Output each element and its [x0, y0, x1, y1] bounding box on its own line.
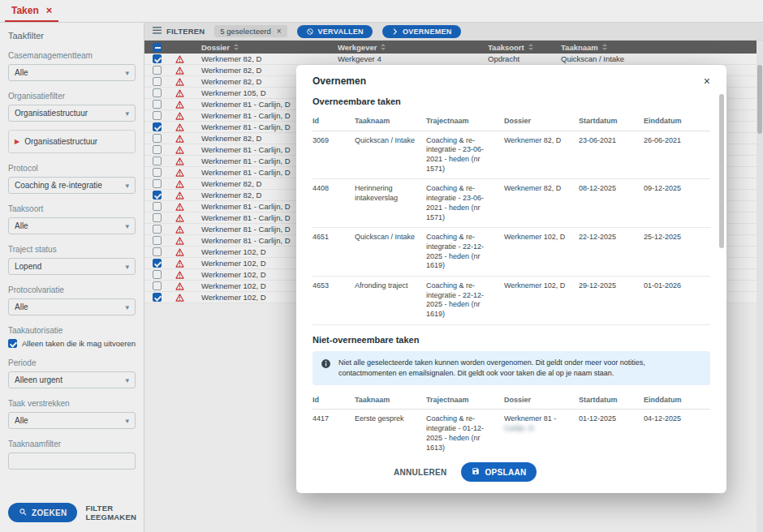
startdatum-cell: 08-12-2025 [579, 184, 644, 194]
dialog-title: Overnemen [313, 75, 366, 87]
dossier-cell: Werknemer 82, D [504, 136, 579, 146]
niet-overneembare-heading: Niet-overneembare taken [313, 335, 710, 345]
col-dossier: Dossier [504, 396, 579, 405]
taaknaam-cell: Afronding traject [355, 281, 426, 291]
einddatum-cell: 26-06-2021 [644, 136, 702, 146]
overnemen-dialog: Overnemen × Overneembare taken Id Taakna… [296, 65, 726, 493]
redacted-name: Carlijn, D [504, 424, 534, 432]
col-einddatum: Einddatum [644, 117, 702, 127]
id-cell: 4417 [313, 414, 355, 424]
id-cell: 4408 [313, 184, 355, 194]
einddatum-cell: 25-12-2025 [644, 233, 702, 242]
einddatum-cell: 09-12-2025 [644, 184, 702, 194]
overneembare-row: 4651 Quickscan / Intake Coaching & re-in… [313, 228, 710, 277]
col-id: Id [313, 117, 355, 127]
annuleren-button[interactable]: ANNULEREN [394, 468, 446, 477]
dossier-cell: Werknemer 102, D [504, 281, 579, 291]
overneembare-row: 4653 Afronding traject Coaching & re-int… [313, 277, 710, 325]
modal-table-header: Id Taaknaam Trajectnaam Dossier Startdat… [313, 113, 710, 131]
scrollbar-thumb[interactable] [719, 94, 724, 248]
dossier-cell: Werknemer 81 - Carlijn, D [504, 414, 579, 433]
id-cell: 4651 [313, 233, 355, 242]
startdatum-cell: 22-12-2025 [579, 233, 644, 242]
col-startdatum: Startdatum [579, 396, 644, 405]
col-taaknaam: Taaknaam [355, 396, 426, 405]
dossier-cell: Werknemer 102, D [504, 233, 579, 242]
overneembare-heading: Overneembare taken [313, 97, 710, 106]
trajectnaam-cell: Coaching & re-integratie - 23-06-2021 - … [426, 184, 504, 222]
info-text: Niet alle geselecteerde taken kunnen wor… [338, 358, 702, 379]
col-einddatum: Einddatum [644, 396, 702, 405]
taaknaam-cell: Eerste gesprek [355, 414, 426, 424]
trajectnaam-cell: Coaching & re-integratie - 22-12-2025 - … [426, 281, 504, 320]
id-cell: 4653 [313, 281, 355, 291]
niet-overneembare-table: Id Taaknaam Trajectnaam Dossier Startdat… [313, 392, 710, 454]
col-trajectnaam: Trajectnaam [426, 117, 504, 127]
dialog-close-icon[interactable]: × [704, 75, 710, 87]
col-startdatum: Startdatum [579, 117, 644, 127]
col-trajectnaam: Trajectnaam [426, 396, 504, 405]
niet-overneembare-row: 4417 Eerste gesprek Coaching & re-integr… [313, 410, 710, 454]
dialog-scrollbar[interactable] [719, 94, 724, 461]
overneembare-row: 3069 Quickscan / Intake Coaching & re-in… [313, 131, 710, 180]
info-icon [321, 358, 331, 369]
modal-table-header: Id Taaknaam Trajectnaam Dossier Startdat… [313, 392, 710, 410]
overneembare-row: 4408 Herinnering intakeverslag Coaching … [313, 179, 710, 228]
trajectnaam-cell: Coaching & re-integratie - 01-12-2025 - … [426, 414, 504, 453]
id-cell: 3069 [313, 136, 355, 146]
trajectnaam-cell: Coaching & re-integratie - 22-12-2025 - … [426, 233, 504, 271]
overneembare-table: Id Taaknaam Trajectnaam Dossier Startdat… [313, 113, 710, 325]
col-id: Id [313, 396, 355, 405]
opslaan-button[interactable]: OPSLAAN [461, 462, 537, 482]
dialog-footer: ANNULEREN OPSLAAN [313, 454, 710, 485]
save-icon [472, 467, 480, 477]
einddatum-cell: 04-12-2025 [644, 414, 702, 424]
app-window: Taken × Taakfilter Casemanagementteam Al… [0, 0, 763, 532]
taaknaam-cell: Quickscan / Intake [355, 136, 426, 146]
col-dossier: Dossier [504, 117, 579, 127]
taaknaam-cell: Quickscan / Intake [355, 233, 426, 242]
einddatum-cell: 01-01-2026 [644, 281, 702, 291]
startdatum-cell: 29-12-2025 [579, 281, 644, 291]
trajectnaam-cell: Coaching & re-integratie - 23-06-2021 - … [426, 136, 504, 174]
taaknaam-cell: Herinnering intakeverslag [355, 184, 426, 203]
info-banner: Niet alle geselecteerde taken kunnen wor… [313, 351, 710, 385]
col-taaknaam: Taaknaam [355, 117, 426, 127]
dossier-cell: Werknemer 82, D [504, 184, 579, 194]
startdatum-cell: 23-06-2021 [579, 136, 644, 146]
startdatum-cell: 01-12-2025 [579, 414, 644, 424]
